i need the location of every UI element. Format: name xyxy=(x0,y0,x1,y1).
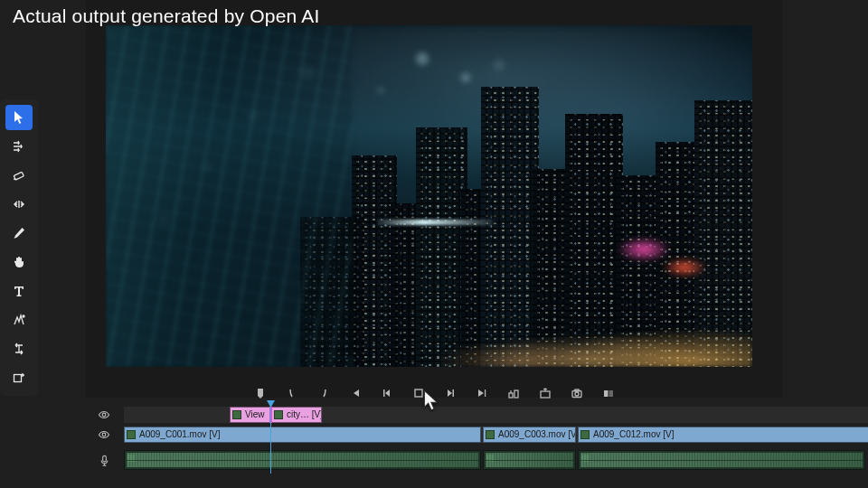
clip-label: A009_C001.mov [V] xyxy=(139,429,221,439)
eye-icon xyxy=(98,408,110,421)
eye-icon xyxy=(98,428,110,441)
type-tool[interactable] xyxy=(5,278,33,304)
audio-clip[interactable] xyxy=(578,450,865,470)
annotation-caption: Actual output generated by Open AI xyxy=(13,5,320,27)
svg-rect-3 xyxy=(383,389,385,397)
program-monitor[interactable] xyxy=(106,25,752,367)
svg-rect-5 xyxy=(452,389,454,397)
go-to-next-button[interactable] xyxy=(475,386,489,400)
clip-thumb-icon xyxy=(580,430,590,439)
svg-point-1 xyxy=(23,315,24,317)
clip-thumb-icon xyxy=(486,430,495,439)
svg-point-11 xyxy=(575,392,579,396)
waveform xyxy=(486,453,573,467)
clip-label: A009_C012.mov [V] xyxy=(593,429,675,439)
clip-thumb-icon xyxy=(232,410,241,419)
clip-thumb-icon xyxy=(274,410,283,419)
program-monitor-panel xyxy=(86,0,782,398)
track-v2-lane[interactable]: View city… [V] xyxy=(124,407,868,423)
mark-out-button[interactable] xyxy=(285,386,299,400)
extract-button[interactable] xyxy=(538,386,552,400)
svg-point-16 xyxy=(102,433,106,436)
lift-button[interactable] xyxy=(506,386,521,400)
clip-label: city… [V] xyxy=(287,409,322,419)
tool-strip xyxy=(0,99,38,396)
clip-v1-a[interactable]: A009_C001.mov [V] xyxy=(124,427,481,443)
svg-rect-8 xyxy=(514,390,518,398)
clip-graphic-a[interactable]: View xyxy=(230,407,270,423)
svg-rect-14 xyxy=(609,390,613,397)
clip-label: View xyxy=(245,409,265,419)
svg-rect-4 xyxy=(415,389,422,397)
audio-clip[interactable] xyxy=(124,450,481,470)
comparison-view-button[interactable] xyxy=(601,386,616,400)
add-edit-tool[interactable] xyxy=(5,365,33,390)
slip-tool[interactable] xyxy=(5,336,33,361)
svg-rect-2 xyxy=(14,375,22,382)
hand-tool[interactable] xyxy=(5,249,33,275)
audio-clip[interactable] xyxy=(483,450,576,470)
svg-point-15 xyxy=(102,413,106,417)
track-a1-toggle[interactable] xyxy=(86,452,122,468)
transport-bar xyxy=(86,380,782,407)
track-v2-toggle-visibility[interactable] xyxy=(86,407,122,423)
waveform xyxy=(580,453,863,467)
export-frame-button[interactable] xyxy=(570,386,584,400)
go-to-previous-button[interactable] xyxy=(348,386,363,400)
svg-rect-7 xyxy=(509,393,513,398)
ripple-edit-tool[interactable] xyxy=(5,192,33,217)
clip-v1-b[interactable]: A009_C003.mov [V] xyxy=(483,427,576,443)
remix-tool[interactable] xyxy=(5,307,33,333)
clip-label: A009_C003.mov [V] xyxy=(498,429,576,439)
playhead[interactable] xyxy=(270,405,271,474)
clip-graphic-b[interactable]: city… [V] xyxy=(271,407,322,423)
selection-tool[interactable] xyxy=(5,105,33,130)
step-back-button[interactable] xyxy=(380,386,394,400)
mic-icon xyxy=(99,455,110,466)
track-select-forward-tool[interactable] xyxy=(5,134,33,159)
preview-frame xyxy=(106,25,752,367)
track-v1-lane[interactable]: A009_C001.mov [V] A009_C003.mov [V] A009… xyxy=(124,427,868,443)
svg-rect-17 xyxy=(102,455,106,462)
clip-thumb-icon xyxy=(127,430,136,439)
mark-in-button[interactable] xyxy=(253,386,268,400)
razor-tool[interactable] xyxy=(5,163,33,188)
go-to-in-button[interactable] xyxy=(316,386,331,400)
waveform xyxy=(127,453,478,467)
pen-tool[interactable] xyxy=(5,221,33,246)
svg-rect-13 xyxy=(604,390,609,397)
track-a1-lane[interactable] xyxy=(124,450,868,470)
svg-rect-6 xyxy=(485,389,486,397)
play-button[interactable] xyxy=(411,386,426,400)
svg-rect-9 xyxy=(541,391,550,398)
step-forward-button[interactable] xyxy=(443,386,458,400)
track-v1-toggle-visibility[interactable] xyxy=(86,427,122,443)
clip-v1-c[interactable]: A009_C012.mov [V] xyxy=(578,427,868,443)
timeline-panel: View city… [V] A009_C001.mov [V] A009_C0… xyxy=(86,405,868,486)
